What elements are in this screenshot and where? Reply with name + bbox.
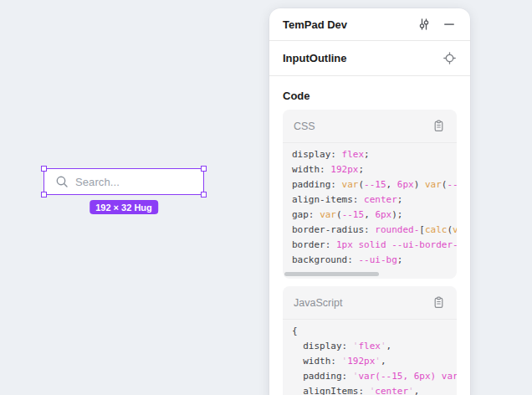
code-line: background: --ui-bg; <box>292 253 457 268</box>
selection-handle-top-left[interactable] <box>41 166 47 172</box>
selected-node-row: InputOutline <box>269 41 470 76</box>
code-line: align-items: center; <box>292 192 457 208</box>
javascript-code-header: JavaScript <box>283 286 457 320</box>
code-line: { <box>292 324 457 339</box>
selection-handle-bottom-left[interactable] <box>41 192 47 198</box>
code-line: padding: 'var(--15, 6px) var <box>292 369 457 384</box>
code-line: width: 192px; <box>292 162 457 177</box>
selection-handle-top-right[interactable] <box>201 166 207 172</box>
code-line: alignItems: 'center', <box>292 384 457 395</box>
css-code-header: CSS <box>283 110 457 143</box>
plugin-header: TemPad Dev <box>269 8 470 41</box>
tempad-dev-plugin-panel: TemPad Dev InputOutline <box>269 8 470 395</box>
javascript-language-label: JavaScript <box>294 297 430 309</box>
javascript-code-content[interactable]: { display: 'flex', width: '192px', paddi… <box>283 320 457 395</box>
plugin-title: TemPad Dev <box>283 18 416 31</box>
locate-target-icon[interactable] <box>441 50 458 67</box>
code-line: display: flex; <box>292 147 457 162</box>
code-line: padding: var(--15, 6px) var(-- <box>292 177 457 192</box>
code-line: gap: var(--15, 6px); <box>292 208 457 223</box>
selection-handle-bottom-right[interactable] <box>201 192 207 198</box>
search-icon <box>55 175 69 188</box>
code-section-label: Code <box>283 90 457 102</box>
search-input-component[interactable]: Search... <box>43 168 204 195</box>
css-code-content[interactable]: display: flex;width: 192px;padding: var(… <box>283 143 457 268</box>
code-line: border: 1px solid --ui-border- <box>292 238 457 253</box>
settings-sliders-icon[interactable] <box>416 16 432 33</box>
horizontal-scrollbar-thumb[interactable] <box>284 272 379 276</box>
code-line: border-radius: rounded-[calc(v <box>292 223 457 238</box>
css-code-block: CSS display: flex;width: 192px;padding: … <box>283 110 457 279</box>
search-input-placeholder: Search... <box>75 176 120 188</box>
code-line: display: 'flex', <box>292 339 457 354</box>
minimize-icon[interactable] <box>441 16 458 33</box>
code-line: width: '192px', <box>292 354 457 369</box>
selected-node-name: InputOutline <box>283 52 441 64</box>
javascript-code-block: JavaScript { display: 'flex', width: '19… <box>283 286 457 395</box>
copy-clipboard-icon[interactable] <box>430 118 447 135</box>
selection-size-badge: 192 × 32 Hug <box>90 200 158 214</box>
css-language-label: CSS <box>294 121 430 132</box>
copy-clipboard-icon[interactable] <box>430 295 447 311</box>
